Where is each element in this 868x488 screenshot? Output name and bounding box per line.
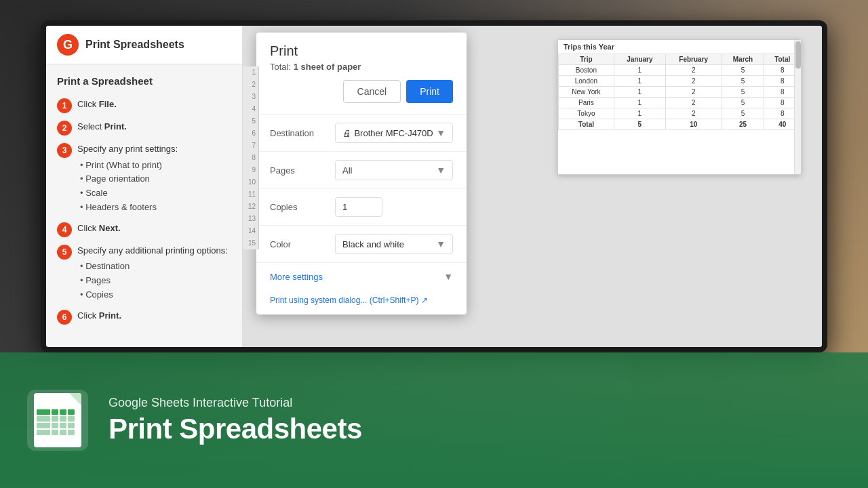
line-num-9: 9 xyxy=(243,164,258,176)
pages-text: All xyxy=(342,165,352,176)
cell-boston: Boston xyxy=(559,65,614,76)
line-num-3: 3 xyxy=(243,91,258,103)
laptop-screen-area: G Print Spreadsheets Print a Spreadsheet… xyxy=(41,20,827,352)
copies-label: Copies xyxy=(270,202,324,212)
step-3: 3 Specify any print settings: Print (Wha… xyxy=(57,142,231,215)
spreadsheet-preview: Trips this Year Trip January February Ma… xyxy=(557,39,802,175)
destination-value: 🖨 Brother MFC-J470D ▼ xyxy=(335,123,453,143)
sidebar-title: Print Spreadsheets xyxy=(85,39,184,51)
step-3-number: 3 xyxy=(57,143,72,158)
icon-cell xyxy=(68,423,75,428)
sheet-scrollbar[interactable] xyxy=(794,40,801,174)
step-3-sublist: Print (What to print) Page orientation S… xyxy=(80,159,178,215)
print-dialog: Print Total: 1 sheet of paper Cancel Pri… xyxy=(256,33,467,314)
print-button[interactable]: Print xyxy=(406,80,453,103)
icon-cell xyxy=(60,423,66,428)
sidebar-content: Print a Spreadsheet 1 Click File. 2 Sele… xyxy=(46,64,242,347)
bottom-main-title: Print Spreadsheets xyxy=(108,413,362,445)
destination-label: Destination xyxy=(270,128,324,138)
total-value: 1 sheet of paper xyxy=(294,62,361,72)
sub-headers: Headers & footers xyxy=(80,201,178,215)
step-5: 5 Specify any additional printing option… xyxy=(57,244,231,302)
color-row: Color Black and white ▼ xyxy=(256,226,467,263)
sheet-row: New York 1258 xyxy=(559,87,801,98)
icon-cell xyxy=(60,430,66,435)
destination-select[interactable]: 🖨 Brother MFC-J470D ▼ xyxy=(335,123,453,143)
line-num-11: 11 xyxy=(243,188,258,201)
icon-cell xyxy=(37,423,50,428)
sub-scale: Scale xyxy=(80,186,178,201)
sidebar-header: G Print Spreadsheets xyxy=(46,26,242,64)
line-num-1: 1 xyxy=(243,66,258,79)
line-num-10: 10 xyxy=(243,176,258,188)
sub-orientation: Page orientation xyxy=(80,172,178,186)
sidebar-panel: G Print Spreadsheets Print a Spreadsheet… xyxy=(46,26,243,347)
icon-cell xyxy=(52,409,58,415)
pages-label: Pages xyxy=(270,165,324,176)
sheet-row: Tokyo 1258 xyxy=(559,108,801,119)
step-6-number: 6 xyxy=(57,310,72,325)
icon-cell xyxy=(60,409,66,415)
print-dialog-title: Print xyxy=(270,43,453,59)
cell-total-label: Total xyxy=(559,119,614,130)
sheet-header-row: Trip January February March Total xyxy=(559,54,801,65)
line-num-5: 5 xyxy=(243,115,258,127)
cancel-button[interactable]: Cancel xyxy=(343,80,401,103)
icon-row-3 xyxy=(37,423,79,428)
step-4-number: 4 xyxy=(57,222,72,237)
icon-cell xyxy=(37,416,50,422)
color-text: Black and white xyxy=(342,239,404,249)
pages-select[interactable]: All ▼ xyxy=(335,160,453,180)
pages-row: Pages All ▼ xyxy=(256,152,467,189)
step-1: 1 Click File. xyxy=(57,98,231,113)
step-2: 2 Select Print. xyxy=(57,120,231,136)
icon-row-4 xyxy=(37,430,79,435)
sheet-total-row: Total 5102540 xyxy=(559,119,801,130)
bottom-overlay: Google Sheets Interactive Tutorial Print… xyxy=(0,352,868,488)
sheets-icon xyxy=(34,393,81,447)
bottom-text: Google Sheets Interactive Tutorial Print… xyxy=(108,396,362,445)
sheet-table: Trip January February March Total Boston… xyxy=(558,54,801,130)
step-1-text: Click File. xyxy=(77,98,117,111)
sheets-icon-fold xyxy=(69,393,81,405)
system-dialog-link[interactable]: Print using system dialog... (Ctrl+Shift… xyxy=(256,290,467,314)
sheets-icon-wrap xyxy=(27,390,88,451)
line-num-2: 2 xyxy=(243,79,258,91)
sheet-row: Paris 1258 xyxy=(559,98,801,108)
more-settings-row[interactable]: More settings ▼ xyxy=(256,263,467,290)
step-2-text: Select Print. xyxy=(77,120,127,134)
step-5-number: 5 xyxy=(57,245,72,260)
icon-cell xyxy=(60,416,66,422)
destination-row: Destination 🖨 Brother MFC-J470D ▼ xyxy=(256,115,467,152)
copies-input[interactable] xyxy=(335,197,382,217)
icon-cell xyxy=(52,416,58,422)
icon-cell xyxy=(68,409,75,415)
destination-chevron: ▼ xyxy=(436,127,446,138)
pages-chevron: ▼ xyxy=(436,165,446,176)
cell-newyork: New York xyxy=(559,87,614,98)
line-num-6: 6 xyxy=(243,127,258,140)
line-num-4: 4 xyxy=(243,103,258,115)
destination-text: Brother MFC-J470D xyxy=(354,128,433,138)
copies-value xyxy=(335,197,453,217)
icon-cell xyxy=(37,409,50,415)
col-feb: February xyxy=(665,54,722,65)
color-select[interactable]: Black and white ▼ xyxy=(335,234,453,254)
step-6: 6 Click Print. xyxy=(57,309,231,325)
bottom-subtitle: Google Sheets Interactive Tutorial xyxy=(108,396,362,410)
step-6-text: Click Print. xyxy=(77,309,121,323)
col-trip: Trip xyxy=(559,54,614,65)
icon-row-2 xyxy=(37,416,79,422)
lesson-title: Print a Spreadsheet xyxy=(57,75,231,87)
printer-icon: 🖨 xyxy=(342,128,351,138)
line-num-14: 14 xyxy=(243,225,258,237)
print-dialog-body: Destination 🖨 Brother MFC-J470D ▼ Pages xyxy=(256,115,467,314)
step-4-text: Click Next. xyxy=(77,222,121,235)
icon-cell xyxy=(52,430,58,435)
sheet-title: Trips this Year xyxy=(558,40,801,54)
line-numbers: 1 2 3 4 5 6 7 8 9 10 11 12 13 14 15 xyxy=(243,66,259,249)
icon-cell xyxy=(52,423,58,428)
step-3-text: Specify any print settings: Print (What … xyxy=(77,142,178,215)
line-num-8: 8 xyxy=(243,152,258,164)
scrollbar-thumb[interactable] xyxy=(795,41,801,68)
